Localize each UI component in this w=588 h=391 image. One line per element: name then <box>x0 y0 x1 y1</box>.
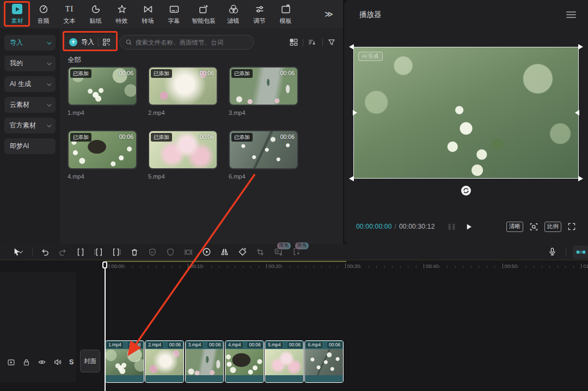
timeline-clip[interactable]: 2.mp400:06 <box>145 340 184 383</box>
ruler-tick <box>298 266 298 268</box>
crop-tool[interactable] <box>253 246 267 259</box>
record-voiceover-icon[interactable] <box>545 246 559 259</box>
video-preview[interactable]: AI 生成 <box>354 47 578 178</box>
video-thumbnail: 已添加00:06 <box>68 66 137 106</box>
filter-button[interactable] <box>327 38 338 47</box>
ruler-tick <box>235 266 235 268</box>
media-icon <box>12 4 22 15</box>
speed-tool[interactable] <box>199 246 213 259</box>
audio-icon <box>38 4 49 15</box>
timeline-clip[interactable]: 5.mp400:06 <box>265 340 304 383</box>
trim-right-tool[interactable] <box>109 246 124 259</box>
tab-media[interactable]: 素材 <box>4 2 30 27</box>
tab-filters[interactable]: 滤镜 <box>220 2 246 27</box>
import-button[interactable]: + 导入 <box>64 34 115 51</box>
sidebar-item-ai-generate[interactable]: AI 生成 <box>4 76 56 92</box>
library-item[interactable]: 已添加00:066.mp4 <box>229 130 298 180</box>
sidebar-item-import[interactable]: 导入 <box>4 35 56 51</box>
selection-handle[interactable] <box>578 44 583 50</box>
ruler-tick <box>416 266 416 268</box>
main-track-icon[interactable] <box>7 358 15 366</box>
quality-button[interactable]: 清晰 <box>506 222 523 232</box>
sidebar-item-mine[interactable]: 我的 <box>4 56 56 71</box>
fullscreen-icon[interactable] <box>567 222 576 231</box>
sidebar-item-jimeng-ai[interactable]: 即梦AI <box>4 138 56 154</box>
sticker-icon <box>90 4 101 15</box>
grid-view-icon[interactable] <box>289 38 298 47</box>
tab-adjust[interactable]: 调节 <box>247 2 272 27</box>
timeline-toolbar: AI 限免 限免 <box>0 244 588 260</box>
smart-caption-tool[interactable]: 限免 <box>271 246 285 259</box>
mute-track-icon[interactable] <box>53 358 62 366</box>
stabilize-track-toggle[interactable]: S <box>69 358 74 366</box>
sort-button[interactable] <box>308 38 318 47</box>
ruler-tick <box>266 264 267 268</box>
copyright-check-ai-tool[interactable]: AI <box>145 246 160 259</box>
cover-button[interactable]: 封面 <box>80 350 100 372</box>
clip-header: 6.mp400:06 <box>305 341 343 349</box>
tab-smart-package[interactable]: 智能包装 <box>187 2 220 27</box>
tab-templates[interactable]: 模板 <box>273 2 298 27</box>
tab-sticker[interactable]: 贴纸 <box>83 2 108 27</box>
selection-handle[interactable] <box>353 110 357 115</box>
selection-handle[interactable] <box>578 176 583 181</box>
library-item[interactable]: 已添加00:061.mp4 <box>68 66 137 116</box>
sidebar-item-official-material[interactable]: 官方素材 <box>4 118 56 133</box>
play-button[interactable] <box>465 223 473 231</box>
lock-track-icon[interactable] <box>22 358 30 366</box>
ruler-tick <box>431 266 432 268</box>
sidebar-item-cloud-material[interactable]: 云素材 <box>4 97 56 113</box>
tab-effects[interactable]: 特效 <box>109 2 134 27</box>
extend-clip-tool[interactable]: 限免 <box>289 246 303 259</box>
tab-text[interactable]: TI 文本 <box>57 2 82 27</box>
chevron-down-icon <box>47 123 51 127</box>
chevron-down-icon <box>47 81 51 85</box>
redo-button[interactable] <box>56 246 70 259</box>
library-item[interactable]: 已添加00:064.mp4 <box>68 130 137 180</box>
library-item[interactable]: 已添加00:062.mp4 <box>148 66 218 116</box>
library-item[interactable]: 已添加00:063.mp4 <box>229 66 298 116</box>
current-time: 00:00:00:00 <box>356 223 392 230</box>
player-menu-icon[interactable] <box>566 11 576 20</box>
preview-zoom-icon[interactable] <box>529 222 538 231</box>
tab-captions[interactable]: 字幕 <box>161 2 187 27</box>
playhead-handle[interactable] <box>102 261 107 268</box>
timeline-clip[interactable]: 1.mp400:06 <box>105 340 144 383</box>
clip-header: 3.mp400:06 <box>186 341 224 349</box>
duration-label: 00:06 <box>200 133 214 140</box>
added-badge: 已添加 <box>70 133 91 142</box>
tab-audio[interactable]: 音频 <box>30 2 56 27</box>
caption-list-icon[interactable] <box>447 222 456 231</box>
selection-handle[interactable] <box>349 44 354 50</box>
preview-link-toggle[interactable] <box>573 246 588 259</box>
timeline-clip[interactable]: 3.mp400:06 <box>185 340 224 383</box>
trim-left-tool[interactable] <box>91 246 106 259</box>
timeline-ruler[interactable]: 00:0000:1000:2000:3000:4000:5001:00 <box>0 261 588 272</box>
search-input[interactable] <box>136 39 244 46</box>
delete-tool[interactable] <box>127 246 142 259</box>
timeline-clip[interactable]: 4.mp400:06 <box>225 340 264 383</box>
tab-transition[interactable]: 转场 <box>135 2 161 27</box>
select-tool[interactable] <box>7 246 27 259</box>
hide-track-icon[interactable] <box>38 358 46 366</box>
video-thumbnail: 已添加00:06 <box>68 130 137 169</box>
ruler-tick <box>376 266 377 268</box>
selection-handle[interactable] <box>575 110 579 115</box>
mirror-tool[interactable] <box>217 246 231 259</box>
shield-tool[interactable] <box>163 246 177 259</box>
selection-handle[interactable] <box>349 176 354 181</box>
ruler-tick <box>471 266 471 268</box>
ratio-button[interactable]: 比例 <box>544 222 561 232</box>
text-icon: TI <box>65 4 74 15</box>
main-toolbar: 素材 音频 TI 文本 贴纸 特效 转场 <box>0 0 343 28</box>
freeze-frame-tool[interactable] <box>181 246 195 259</box>
qr-scan-icon[interactable] <box>102 38 111 46</box>
timeline-clip[interactable]: 6.mp400:06 <box>304 340 344 383</box>
rotate-handle-icon[interactable] <box>461 185 471 196</box>
split-tool[interactable] <box>74 246 88 259</box>
library-item[interactable]: 已添加00:065.mp4 <box>148 130 218 180</box>
rotate-tool[interactable] <box>235 246 249 259</box>
ruler-tick <box>195 266 196 268</box>
undo-button[interactable] <box>38 246 52 259</box>
more-tabs-icon[interactable]: ≫ <box>324 9 333 19</box>
